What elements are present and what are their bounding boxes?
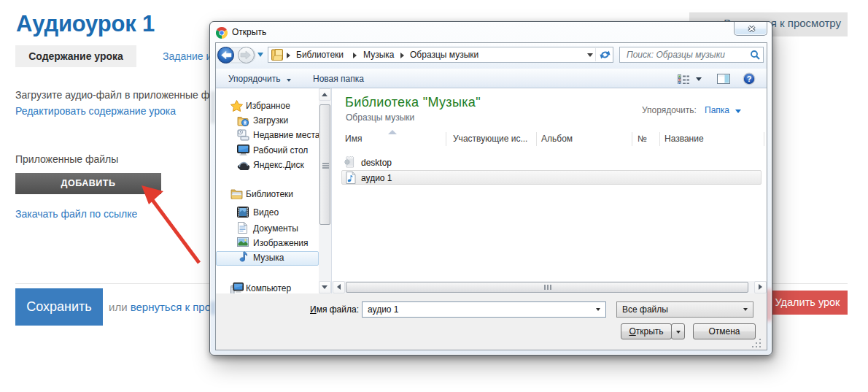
- svg-text:?: ?: [747, 74, 752, 83]
